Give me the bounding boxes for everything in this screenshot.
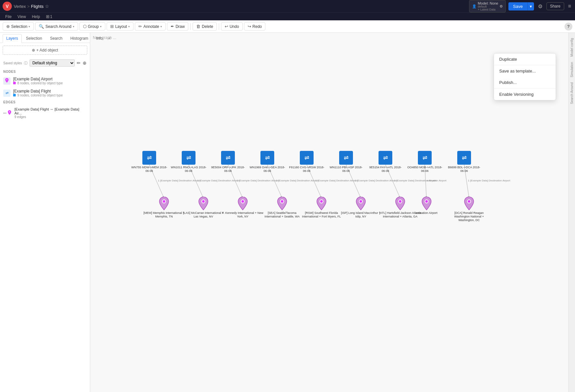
layout-button[interactable]: ⊞ Layout ▾ (107, 22, 133, 31)
sidebar-item-flight[interactable]: ⇌ [Example Data] Flight 9 nodes, colored… (0, 87, 90, 99)
flight-box-f6: ⇌ (339, 151, 353, 165)
flight-node-f2[interactable]: ⇌ WN1011 RNO->LAS 2018-06-06 (171, 151, 207, 173)
dropdown-duplicate[interactable]: Duplicate (494, 53, 556, 65)
add-object-button[interactable]: ⊕ + Add object (3, 46, 87, 55)
model-selector[interactable]: 👤 Model: None default + Latest Data ⚙ (469, 0, 506, 12)
flight-node-f7[interactable]: ⇌ 9E5154 FAY->ATL 2018-06-06 (367, 151, 403, 173)
flight-node-f5[interactable]: ⇌ F91160 CVG->RSW 2018-06-06 (289, 151, 325, 173)
airport-node-a6[interactable]: [ISP] Long Island MacArthur + Islip, NY (339, 197, 382, 218)
group-button[interactable]: ⬡ Group ▾ (79, 22, 105, 31)
airport-pin-a7 (394, 197, 406, 211)
sidebar-collapse-button[interactable]: « (107, 34, 112, 43)
airport-node-a4[interactable]: [SEA] Seattle/Tacoma International + Sea… (261, 197, 303, 218)
svg-point-19 (163, 200, 165, 203)
airport-label-a5: [RSW] Southwest Florida International + … (300, 211, 343, 218)
save-dropdown-menu: Duplicate Save as template... Publish...… (494, 53, 556, 100)
airport-pin-svg-a7 (394, 197, 406, 212)
delete-button[interactable]: 🗑 Delete (193, 22, 217, 31)
dropdown-save-as-template[interactable]: Save as template... (494, 65, 556, 77)
tab-histogram[interactable]: Histogram (67, 34, 92, 43)
tab-selection[interactable]: Selection (22, 34, 46, 43)
view-menu[interactable]: View (15, 14, 29, 20)
edit-style-icon[interactable]: ✏ (77, 60, 81, 66)
flight-arrows-f9: ⇌ (462, 154, 467, 161)
redo-icon: ↪ (248, 24, 251, 29)
airport-node-a1[interactable]: [MEM] Memphis International + Memphis, T… (143, 197, 185, 218)
flight-arrows-f8: ⇌ (422, 154, 427, 161)
svg-text:1 [Example Data] Destination A: 1 [Example Data] Destination Airport (237, 179, 279, 182)
topbar-right: 👤 Model: None default + Latest Data ⚙ Sa… (469, 0, 572, 12)
flight-arrows-f3: ⇌ (226, 154, 231, 161)
annotate-chevron: ▾ (160, 25, 162, 28)
layout-icon: ⊞ (110, 24, 114, 29)
airport-node-a5[interactable]: [RSW] Southwest Florida International + … (300, 197, 343, 218)
breadcrumb-vertex[interactable]: Vertex (14, 4, 26, 9)
airport-pin-a2 (197, 197, 209, 211)
airport-node-a3[interactable]: F. Kennedy International + New York, NY (221, 197, 264, 218)
styles-label: Saved styles (3, 61, 22, 65)
save-dropdown-button[interactable]: ▾ (527, 2, 534, 10)
breadcrumb-current: Flights (31, 4, 43, 9)
file-menu[interactable]: File (3, 14, 14, 20)
annotate-button[interactable]: ✏ Annotate ▾ (135, 22, 166, 31)
draw-button[interactable]: ✒ Draw (167, 22, 188, 31)
menu-icon-button[interactable]: ≡ (567, 2, 572, 10)
tab-info[interactable]: Info (92, 34, 106, 43)
sidebar-item-airport[interactable]: [Example Data] Airport 8 nodes, colored … (0, 75, 90, 87)
toolbar-divider (190, 23, 191, 30)
svg-point-27 (320, 200, 323, 203)
flight-label-f6: WN1110 PBI->ISP 2018-06-06 (328, 166, 364, 173)
add-style-icon[interactable]: ⊕ (83, 60, 87, 66)
styles-select[interactable]: Default styling (30, 59, 75, 67)
dropdown-publish[interactable]: Publish... (494, 77, 556, 88)
help-menu[interactable]: Help (29, 14, 43, 20)
tab-layers[interactable]: Layers (3, 34, 22, 43)
flight-label-f2: WN1011 RNO->LAS 2018-06-06 (171, 166, 207, 173)
edges-section-label: EDGES (0, 99, 90, 105)
flight-node-f3[interactable]: ⇌ 9E5004 ORF->JFK 2018-06-06 (210, 151, 246, 173)
settings-icon-button[interactable]: ⚙ (537, 2, 544, 11)
airport-node-a8[interactable]: estination Airport (415, 197, 437, 215)
svg-text:1 [Example Data] Destination A: 1 [Example Data] Destination Airport (394, 179, 437, 182)
airport-node-name: [Example Data] Airport (13, 77, 63, 81)
airport-pin-svg-a4 (276, 197, 288, 212)
flight-box-f9: ⇌ (457, 151, 471, 165)
search-around-button[interactable]: 🔍 Search Around ▾ (35, 22, 78, 31)
annotate-icon: ✏ (138, 24, 142, 29)
share-button[interactable]: Share (546, 2, 564, 10)
flight-label-f4: WN1969 OAK->SEA 2018-06-06 (249, 166, 285, 173)
right-tab-simulation[interactable]: Simulation (569, 60, 574, 79)
airport-node-a9[interactable]: [DCA] Ronald Reagan Washington National … (448, 197, 490, 222)
tab-search[interactable]: Search (46, 34, 66, 43)
flight-label-f5: F91160 CVG->RSW 2018-06-06 (289, 166, 325, 173)
right-tab-model-config[interactable]: Model config (569, 36, 574, 59)
selection-label: Selection (11, 24, 27, 29)
save-button[interactable]: Save (508, 2, 527, 10)
flight-label-f3: 9E5004 ORF->JFK 2018-06-06 (210, 166, 246, 173)
airport-node-a2[interactable]: [LAS] McCarran International + Las Vegas… (182, 197, 225, 218)
airport-node-sub: 8 nodes, colored by object type (13, 81, 63, 85)
help-button[interactable]: ? (565, 23, 572, 31)
undo-button[interactable]: ↩ Undo (221, 22, 243, 31)
airport-color-dot (13, 82, 16, 84)
selection-button[interactable]: ⊕ Selection ▾ (3, 22, 34, 31)
favorite-star-icon[interactable]: ☆ (45, 4, 49, 9)
dropdown-enable-versioning[interactable]: Enable Versioning (494, 89, 556, 100)
sidebar-item-edge[interactable]: ⊷ [Example Data] Flight ↔ [Example Data]… (0, 105, 90, 121)
toolbar: ⊕ Selection ▾ 🔍 Search Around ▾ ⬡ Group … (0, 20, 575, 33)
pages-count: 1 (50, 14, 52, 19)
flight-node-f4[interactable]: ⇌ WN1969 OAK->SEA 2018-06-06 (249, 151, 285, 173)
redo-button[interactable]: ↪ Redo (244, 22, 266, 31)
toolbar-divider2 (219, 23, 219, 30)
flight-node-f6[interactable]: ⇌ WN1110 PBI->ISP 2018-06-06 (328, 151, 364, 173)
graph-canvas[interactable]: New graph ... 1 [Example Data] Destinati… (90, 33, 575, 392)
right-tab-search-around[interactable]: Search Around (569, 80, 574, 106)
undo-label: Undo (230, 24, 239, 29)
flight-item-text: [Example Data] Flight 9 nodes, colored b… (13, 89, 63, 97)
svg-text:estination Airport: estination Airport (427, 179, 447, 182)
flight-node-f9[interactable]: ⇌ B6699 BDL->DCA 2018-06-06 (446, 151, 482, 173)
group-label: Group (88, 24, 99, 29)
flight-node-f8[interactable]: ⇌ OO4850 MOB->ATL 2018-06-06 (407, 151, 443, 173)
flight-node-f1[interactable]: ⇌ WN755 MDW->MEM 2018-06-06 (131, 151, 167, 173)
sidebar: Layers Selection Search Histogram Info «… (0, 33, 90, 392)
